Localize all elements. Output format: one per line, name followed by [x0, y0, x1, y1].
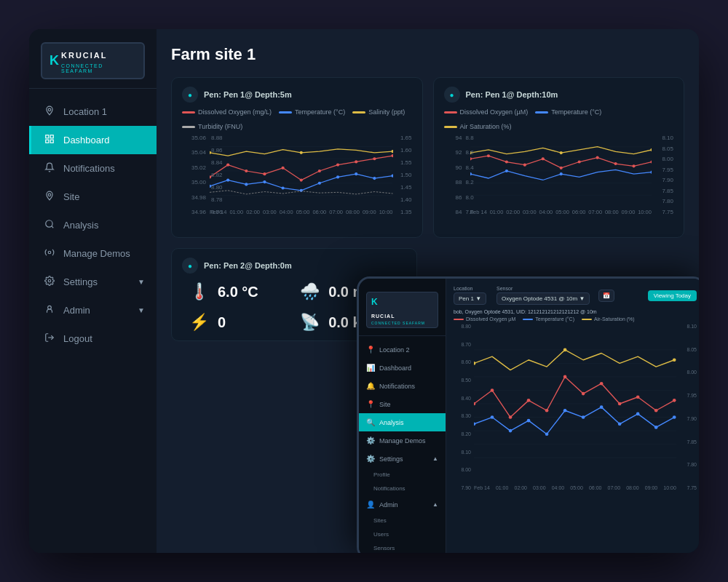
tablet-main: Location Pen 1 ▼ Sensor Oxygen Optode 45… — [446, 279, 699, 553]
svg-point-31 — [282, 186, 285, 189]
t-nav-profile[interactable]: Profile — [359, 468, 446, 482]
metric-lightning-value: 0 — [218, 314, 226, 331]
chart-svg-pen1-10m — [470, 135, 652, 207]
legend-pen1-10m: Dissolved Oxygen (µM) Temperature (°C) A… — [444, 108, 674, 130]
sidebar-label-settings: Settings — [63, 276, 98, 287]
tablet-logo: K RUCIAL CONNECTED SEAFARM — [359, 286, 446, 336]
svg-point-5 — [48, 194, 51, 196]
sidebar-label-location: Location 1 — [63, 106, 107, 117]
t-nav-location2[interactable]: 📍 Location 2 — [359, 340, 446, 359]
svg-point-86 — [491, 415, 494, 419]
t-nav-notif-sub[interactable]: Notifications — [359, 482, 446, 495]
sensor-icon-pen2: ● — [182, 258, 198, 274]
svg-point-39 — [300, 151, 303, 154]
t-nav-site-label: Site — [379, 401, 391, 408]
svg-point-85 — [474, 422, 475, 426]
svg-point-88 — [527, 419, 531, 423]
svg-point-79 — [582, 392, 585, 396]
analysis-icon — [43, 219, 56, 231]
sidebar-item-admin[interactable]: Admin ▼ — [29, 296, 157, 324]
svg-point-36 — [373, 177, 376, 180]
legend-do-10m-label: Dissolved Oxygen (µM) — [460, 108, 529, 116]
tablet-chart-title: bob, Oxygen Optode 4531, UID: 1212121212… — [454, 309, 697, 314]
dashboard-icon — [43, 134, 56, 146]
svg-rect-3 — [46, 140, 49, 143]
svg-point-35 — [355, 172, 357, 175]
svg-point-97 — [474, 362, 475, 365]
sidebar-label-manage-demos: Manage Demos — [63, 248, 130, 259]
location-icon — [43, 105, 56, 118]
legend-turbidity: Turbidity (FNU) — [182, 123, 242, 130]
svg-point-51 — [559, 167, 562, 170]
chart-header-pen1-10m: ● Pen: Pen 1@ Depth:10m — [444, 87, 674, 103]
svg-point-80 — [600, 382, 604, 386]
svg-point-47 — [486, 154, 489, 157]
legend-air-10m: Air Saturation (%) — [444, 123, 512, 130]
svg-point-96 — [673, 415, 676, 419]
tablet-location-select[interactable]: Pen 1 ▼ — [454, 292, 486, 305]
sidebar-item-settings[interactable]: Settings ▼ — [29, 268, 157, 296]
logo-k-letter: K — [50, 53, 58, 68]
brand-name: KRUCIAL — [61, 51, 108, 60]
sidebar-item-manage-demos[interactable]: Manage Demos — [29, 239, 157, 268]
metric-lightning: ⚡ 0 — [189, 313, 288, 332]
tablet-calendar-icon[interactable]: 📅 — [598, 290, 614, 302]
chart-pen1-5m: ● Pen: Pen 1@ Depth:5m Dissolved Oxygen … — [171, 77, 423, 238]
t-nav-notifications[interactable]: 🔔 Notifications — [359, 377, 446, 395]
svg-point-50 — [541, 157, 544, 160]
sidebar-item-dashboard[interactable]: Dashboard — [29, 126, 157, 154]
tablet-sidebar: K RUCIAL CONNECTED SEAFARM 📍 Location 2 … — [359, 279, 446, 553]
t-nav-dashboard[interactable]: 📊 Dashboard — [359, 359, 446, 377]
svg-point-91 — [582, 415, 585, 419]
t-nav-settings[interactable]: ⚙️ Settings ▲ — [359, 450, 446, 468]
t-nav-admin[interactable]: 👤 Admin ▲ — [359, 495, 446, 514]
sidebar-item-analysis[interactable]: Analysis — [29, 211, 157, 239]
t-nav-site[interactable]: 📍 Site — [359, 395, 446, 413]
svg-point-74 — [491, 388, 494, 392]
t-nav-analysis-label: Analysis — [379, 419, 404, 426]
svg-point-49 — [523, 164, 526, 167]
lightning-icon: ⚡ — [189, 313, 209, 332]
t-nav-dashboard-label: Dashboard — [379, 364, 411, 372]
thermometer-icon: 🌡️ — [189, 282, 209, 301]
sidebar-item-notifications[interactable]: Notifications — [29, 154, 157, 183]
notifications-icon — [43, 162, 56, 175]
chart-pen1-10m: ● Pen: Pen 1@ Depth:10m Dissolved Oxygen… — [433, 77, 685, 238]
sidebar-label-dashboard: Dashboard — [63, 135, 110, 146]
svg-point-9 — [48, 306, 52, 309]
sensor-icon-pen1: ● — [182, 87, 198, 103]
site-icon — [43, 191, 56, 203]
sidebar-nav: Location 1 Dashboard Notifications — [29, 89, 157, 553]
svg-point-53 — [596, 156, 598, 159]
sidebar-item-logout[interactable]: Logout — [29, 324, 157, 353]
svg-point-48 — [505, 160, 507, 163]
t-nav-sites[interactable]: Sites — [359, 514, 446, 527]
tablet-sensor-select[interactable]: Oxygen Optode 4531 @ 10m ▼ — [496, 292, 590, 305]
chart-title-pen1-10m: Pen: Pen 1@ Depth:10m — [466, 90, 558, 99]
svg-point-23 — [336, 164, 339, 167]
chart-header-pen2: ● Pen: Pen 2@ Depth:0m — [182, 258, 406, 274]
t-nav-notifications-label: Notifications — [379, 383, 415, 390]
svg-point-93 — [618, 422, 622, 426]
tablet-legend: Dissolved Oxygen µM Temperature (°C) Air… — [454, 316, 697, 322]
sidebar-item-site[interactable]: Site — [29, 183, 157, 211]
sidebar-item-location[interactable]: Location 1 — [29, 97, 157, 126]
tablet-viewing-btn[interactable]: Viewing Today — [648, 290, 697, 301]
logo-box: K KRUCIAL CONNECTED SEAFARM — [41, 42, 145, 79]
legend-do-10m: Dissolved Oxygen (µM) — [444, 108, 529, 116]
tablet-legend-air-label: Air-Saturation (%) — [594, 316, 635, 322]
chart-svg-pen1-5m — [210, 135, 393, 207]
t-nav-sensors[interactable]: Sensors — [359, 541, 446, 553]
legend-air-10m-label: Air Saturation (%) — [460, 123, 512, 130]
t-nav-manage-demos[interactable]: ⚙️ Manage Demos — [359, 431, 446, 450]
t-nav-users[interactable]: Users — [359, 527, 446, 541]
t-nav-analysis[interactable]: 🔍 Analysis — [359, 413, 446, 431]
svg-point-99 — [673, 358, 676, 362]
rain-icon: 🌧️ — [300, 282, 320, 301]
svg-point-25 — [373, 157, 376, 160]
legend-salinity: Salinity (ppt) — [352, 108, 405, 116]
svg-point-90 — [563, 409, 567, 412]
chart-title-pen1-5m: Pen: Pen 1@ Depth:5m — [204, 90, 292, 99]
t-nav-location2-label: Location 2 — [379, 346, 410, 354]
legend-salinity-label: Salinity (ppt) — [368, 108, 405, 116]
